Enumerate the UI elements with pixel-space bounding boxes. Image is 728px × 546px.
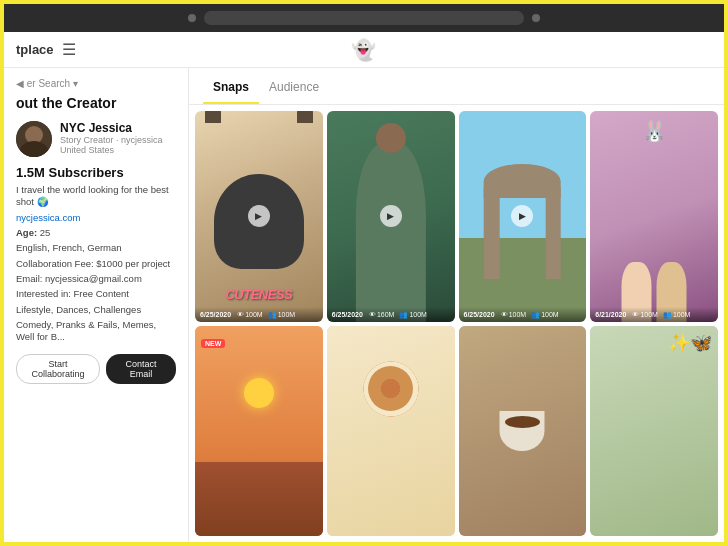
snap-views-4: 👁 100M bbox=[632, 311, 658, 318]
arch-pillar-right bbox=[545, 187, 560, 280]
browser-url[interactable] bbox=[204, 11, 524, 25]
snap-likes-1: 👥 100M bbox=[268, 311, 296, 319]
right-panel: Snaps Audience CUTENESS ▶ 6/25/2020 👁 10… bbox=[189, 68, 724, 542]
content-area: ◀ er Search ▾ out the Creator NYC Jessic… bbox=[4, 68, 724, 542]
snap-item-2[interactable]: ▶ 6/25/2020 👁 160M 👥 100M bbox=[327, 111, 455, 322]
top-bar-left: tplace ☰ bbox=[16, 40, 76, 59]
creator-profile: NYC Jessica Story Creator · nycjessica U… bbox=[16, 121, 176, 157]
creator-bio: I travel the world looking for the best … bbox=[16, 184, 176, 209]
left-panel: ◀ er Search ▾ out the Creator NYC Jessic… bbox=[4, 68, 189, 542]
snap-views-3: 👁 100M bbox=[501, 311, 527, 318]
sticker-overlay: ✨🦋 bbox=[668, 332, 712, 354]
snap-text-cuteness: CUTENESS bbox=[225, 287, 292, 302]
creator-other-tags: Comedy, Pranks & Fails, Memes, Well for … bbox=[16, 319, 176, 344]
snap-date-3: 6/25/2020 bbox=[464, 311, 495, 318]
top-bar: tplace ☰ 👻 bbox=[4, 32, 724, 68]
snap-stats-4: 👁 100M 👥 100M bbox=[632, 311, 690, 319]
snap-likes-2: 👥 100M bbox=[399, 311, 427, 319]
dog-ears-right bbox=[297, 111, 313, 123]
creator-email: Email: nycjessica@gmail.com bbox=[16, 273, 176, 285]
snap-item-6[interactable] bbox=[327, 326, 455, 537]
snapchat-logo: 👻 bbox=[351, 38, 376, 62]
snap-likes-3: 👥 100M bbox=[531, 311, 559, 319]
snap-date-1: 6/25/2020 bbox=[200, 311, 231, 318]
snap-stats-2: 👁 160M 👥 100M bbox=[369, 311, 427, 319]
snap-item-7[interactable] bbox=[459, 326, 587, 537]
snap-date-2: 6/25/2020 bbox=[332, 311, 363, 318]
snaps-grid: CUTENESS ▶ 6/25/2020 👁 100M 👥 100M bbox=[189, 105, 724, 542]
snap-item-4[interactable]: 🐰 6/21/2020 👁 100M 👥 100M bbox=[590, 111, 718, 322]
play-button-3[interactable]: ▶ bbox=[511, 205, 533, 227]
snap-overlay-2: 6/25/2020 👁 160M 👥 100M bbox=[327, 307, 455, 322]
creator-website[interactable]: nycjessica.com bbox=[16, 212, 176, 224]
contact-button[interactable]: Contact Email bbox=[106, 354, 176, 384]
coffee-cup bbox=[500, 411, 545, 451]
donut-glaze bbox=[368, 366, 413, 411]
donut-background bbox=[327, 326, 455, 537]
snap-overlay-4: 6/21/2020 👁 100M 👥 100M bbox=[590, 307, 718, 322]
creator-location: United States bbox=[60, 145, 176, 155]
creator-type: Story Creator · nycjessica bbox=[60, 135, 176, 145]
snap-stats-3: 👁 100M 👥 100M bbox=[501, 311, 559, 319]
marketplace-title: tplace bbox=[16, 42, 54, 57]
action-buttons: Start Collaborating Contact Email bbox=[16, 354, 176, 384]
sun bbox=[244, 378, 274, 408]
creator-fee: Collaboration Fee: $1000 per project bbox=[16, 258, 176, 270]
subscribers: 1.5M Subscribers bbox=[16, 165, 176, 180]
creator-age: Age: 25 bbox=[16, 227, 176, 239]
play-button-2[interactable]: ▶ bbox=[380, 205, 402, 227]
creator-info: NYC Jessica Story Creator · nycjessica U… bbox=[60, 121, 176, 155]
play-button-1[interactable]: ▶ bbox=[248, 205, 270, 227]
tag-badge: NEW bbox=[201, 339, 225, 348]
creator-tags: Lifestyle, Dances, Challenges bbox=[16, 304, 176, 316]
creator-languages: English, French, German bbox=[16, 242, 176, 254]
flowers-background bbox=[590, 326, 718, 537]
dog-ears-left bbox=[205, 111, 221, 123]
back-link[interactable]: ◀ er Search ▾ bbox=[16, 78, 176, 89]
person-silhouette bbox=[356, 143, 426, 322]
tag-overlay: NEW bbox=[201, 332, 225, 350]
water bbox=[195, 462, 323, 536]
avatar bbox=[16, 121, 52, 157]
menu-icon[interactable]: ☰ bbox=[62, 40, 76, 59]
snap-views-2: 👁 160M bbox=[369, 311, 395, 318]
creator-interests: Interested in: Free Content bbox=[16, 288, 176, 300]
tab-audience[interactable]: Audience bbox=[259, 76, 329, 104]
browser-dot-2 bbox=[532, 14, 540, 22]
snap-overlay-1: 6/25/2020 👁 100M 👥 100M bbox=[195, 307, 323, 322]
snap-item-5[interactable]: NEW bbox=[195, 326, 323, 537]
snap-item-3[interactable]: ▶ 6/25/2020 👁 100M 👥 100M bbox=[459, 111, 587, 322]
snap-date-4: 6/21/2020 bbox=[595, 311, 626, 318]
snap-likes-4: 👥 100M bbox=[663, 311, 691, 319]
snap-stats-1: 👁 100M 👥 100M bbox=[237, 311, 295, 319]
donut-shape bbox=[363, 361, 418, 416]
snap-views-1: 👁 100M bbox=[237, 311, 263, 318]
collab-button[interactable]: Start Collaborating bbox=[16, 354, 100, 384]
browser-bar bbox=[4, 4, 724, 32]
tabs-bar: Snaps Audience bbox=[189, 68, 724, 105]
section-title: out the Creator bbox=[16, 95, 176, 111]
tab-snaps[interactable]: Snaps bbox=[203, 76, 259, 104]
sticker-icon: ✨🦋 bbox=[668, 333, 712, 353]
person-head bbox=[376, 123, 406, 153]
snap-item-1[interactable]: CUTENESS ▶ 6/25/2020 👁 100M 👥 100M bbox=[195, 111, 323, 322]
snap-overlay-3: 6/25/2020 👁 100M 👥 100M bbox=[459, 307, 587, 322]
creator-name: NYC Jessica bbox=[60, 121, 176, 135]
coffee-surface bbox=[505, 416, 540, 428]
ear-filter-icon: 🐰 bbox=[642, 119, 667, 143]
arch-pillar-left bbox=[484, 187, 499, 280]
snap-item-8[interactable]: ✨🦋 bbox=[590, 326, 718, 537]
browser-dot bbox=[188, 14, 196, 22]
